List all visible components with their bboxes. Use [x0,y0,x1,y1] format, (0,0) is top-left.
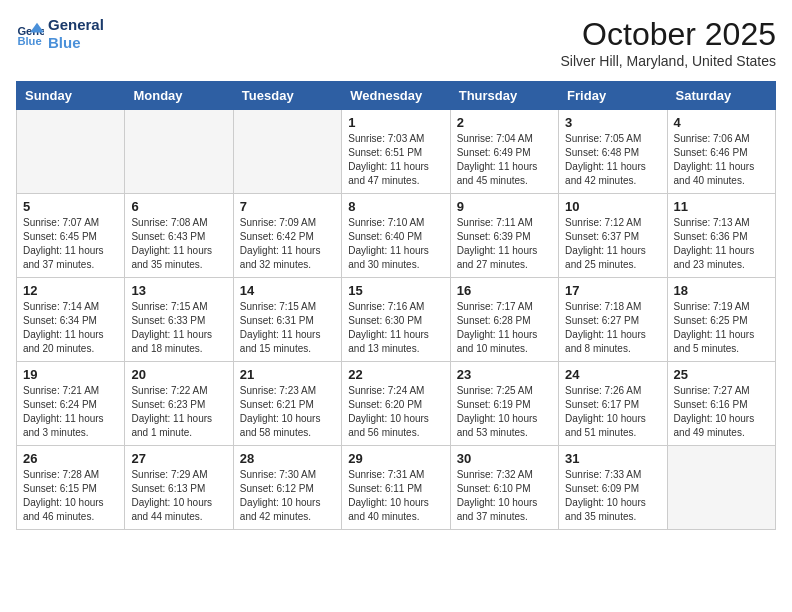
calendar-week-row: 26Sunrise: 7:28 AMSunset: 6:15 PMDayligh… [17,446,776,530]
day-info: Sunrise: 7:07 AMSunset: 6:45 PMDaylight:… [23,216,118,272]
day-info: Sunrise: 7:18 AMSunset: 6:27 PMDaylight:… [565,300,660,356]
svg-text:Blue: Blue [17,35,41,47]
calendar-cell: 21Sunrise: 7:23 AMSunset: 6:21 PMDayligh… [233,362,341,446]
day-info: Sunrise: 7:21 AMSunset: 6:24 PMDaylight:… [23,384,118,440]
calendar-cell: 9Sunrise: 7:11 AMSunset: 6:39 PMDaylight… [450,194,558,278]
calendar-cell: 3Sunrise: 7:05 AMSunset: 6:48 PMDaylight… [559,110,667,194]
day-info: Sunrise: 7:03 AMSunset: 6:51 PMDaylight:… [348,132,443,188]
day-info: Sunrise: 7:30 AMSunset: 6:12 PMDaylight:… [240,468,335,524]
calendar-cell: 18Sunrise: 7:19 AMSunset: 6:25 PMDayligh… [667,278,775,362]
day-number: 13 [131,283,226,298]
weekday-header: Monday [125,82,233,110]
day-info: Sunrise: 7:08 AMSunset: 6:43 PMDaylight:… [131,216,226,272]
logo-line1: General [48,16,104,34]
day-number: 8 [348,199,443,214]
day-number: 1 [348,115,443,130]
day-info: Sunrise: 7:10 AMSunset: 6:40 PMDaylight:… [348,216,443,272]
day-number: 5 [23,199,118,214]
day-number: 22 [348,367,443,382]
logo: General Blue General Blue [16,16,104,52]
day-number: 23 [457,367,552,382]
calendar-cell: 10Sunrise: 7:12 AMSunset: 6:37 PMDayligh… [559,194,667,278]
weekday-header: Thursday [450,82,558,110]
calendar-cell: 15Sunrise: 7:16 AMSunset: 6:30 PMDayligh… [342,278,450,362]
weekday-header: Friday [559,82,667,110]
calendar-table: SundayMondayTuesdayWednesdayThursdayFrid… [16,81,776,530]
day-number: 19 [23,367,118,382]
day-number: 3 [565,115,660,130]
calendar-cell: 16Sunrise: 7:17 AMSunset: 6:28 PMDayligh… [450,278,558,362]
day-number: 7 [240,199,335,214]
day-info: Sunrise: 7:19 AMSunset: 6:25 PMDaylight:… [674,300,769,356]
calendar-cell: 11Sunrise: 7:13 AMSunset: 6:36 PMDayligh… [667,194,775,278]
logo-line2: Blue [48,34,104,52]
location: Silver Hill, Maryland, United States [560,53,776,69]
calendar-cell: 17Sunrise: 7:18 AMSunset: 6:27 PMDayligh… [559,278,667,362]
day-info: Sunrise: 7:17 AMSunset: 6:28 PMDaylight:… [457,300,552,356]
month-title: October 2025 [560,16,776,53]
calendar-cell: 24Sunrise: 7:26 AMSunset: 6:17 PMDayligh… [559,362,667,446]
calendar-cell: 12Sunrise: 7:14 AMSunset: 6:34 PMDayligh… [17,278,125,362]
calendar-cell: 19Sunrise: 7:21 AMSunset: 6:24 PMDayligh… [17,362,125,446]
day-number: 28 [240,451,335,466]
calendar-cell [17,110,125,194]
calendar-cell: 30Sunrise: 7:32 AMSunset: 6:10 PMDayligh… [450,446,558,530]
day-info: Sunrise: 7:04 AMSunset: 6:49 PMDaylight:… [457,132,552,188]
day-info: Sunrise: 7:14 AMSunset: 6:34 PMDaylight:… [23,300,118,356]
day-number: 2 [457,115,552,130]
calendar-cell: 31Sunrise: 7:33 AMSunset: 6:09 PMDayligh… [559,446,667,530]
calendar-cell: 25Sunrise: 7:27 AMSunset: 6:16 PMDayligh… [667,362,775,446]
day-info: Sunrise: 7:32 AMSunset: 6:10 PMDaylight:… [457,468,552,524]
calendar-cell: 5Sunrise: 7:07 AMSunset: 6:45 PMDaylight… [17,194,125,278]
day-number: 24 [565,367,660,382]
calendar-cell: 13Sunrise: 7:15 AMSunset: 6:33 PMDayligh… [125,278,233,362]
weekday-header: Wednesday [342,82,450,110]
calendar-cell: 20Sunrise: 7:22 AMSunset: 6:23 PMDayligh… [125,362,233,446]
day-info: Sunrise: 7:06 AMSunset: 6:46 PMDaylight:… [674,132,769,188]
calendar-cell: 4Sunrise: 7:06 AMSunset: 6:46 PMDaylight… [667,110,775,194]
day-info: Sunrise: 7:27 AMSunset: 6:16 PMDaylight:… [674,384,769,440]
day-number: 30 [457,451,552,466]
calendar-cell [233,110,341,194]
day-info: Sunrise: 7:22 AMSunset: 6:23 PMDaylight:… [131,384,226,440]
day-number: 11 [674,199,769,214]
day-number: 10 [565,199,660,214]
day-info: Sunrise: 7:33 AMSunset: 6:09 PMDaylight:… [565,468,660,524]
day-info: Sunrise: 7:29 AMSunset: 6:13 PMDaylight:… [131,468,226,524]
title-area: October 2025 Silver Hill, Maryland, Unit… [560,16,776,69]
calendar-cell: 14Sunrise: 7:15 AMSunset: 6:31 PMDayligh… [233,278,341,362]
logo-icon: General Blue [16,20,44,48]
calendar-cell: 2Sunrise: 7:04 AMSunset: 6:49 PMDaylight… [450,110,558,194]
weekday-header: Tuesday [233,82,341,110]
day-number: 25 [674,367,769,382]
day-number: 18 [674,283,769,298]
calendar-cell: 23Sunrise: 7:25 AMSunset: 6:19 PMDayligh… [450,362,558,446]
calendar-header-row: SundayMondayTuesdayWednesdayThursdayFrid… [17,82,776,110]
day-number: 29 [348,451,443,466]
page-header: General Blue General Blue October 2025 S… [16,16,776,69]
day-number: 31 [565,451,660,466]
calendar-cell: 28Sunrise: 7:30 AMSunset: 6:12 PMDayligh… [233,446,341,530]
day-info: Sunrise: 7:26 AMSunset: 6:17 PMDaylight:… [565,384,660,440]
day-number: 15 [348,283,443,298]
day-number: 21 [240,367,335,382]
day-info: Sunrise: 7:12 AMSunset: 6:37 PMDaylight:… [565,216,660,272]
day-info: Sunrise: 7:05 AMSunset: 6:48 PMDaylight:… [565,132,660,188]
day-number: 12 [23,283,118,298]
day-number: 4 [674,115,769,130]
calendar-cell: 1Sunrise: 7:03 AMSunset: 6:51 PMDaylight… [342,110,450,194]
calendar-cell: 26Sunrise: 7:28 AMSunset: 6:15 PMDayligh… [17,446,125,530]
day-info: Sunrise: 7:25 AMSunset: 6:19 PMDaylight:… [457,384,552,440]
weekday-header: Saturday [667,82,775,110]
day-info: Sunrise: 7:23 AMSunset: 6:21 PMDaylight:… [240,384,335,440]
day-info: Sunrise: 7:28 AMSunset: 6:15 PMDaylight:… [23,468,118,524]
day-info: Sunrise: 7:09 AMSunset: 6:42 PMDaylight:… [240,216,335,272]
calendar-cell: 6Sunrise: 7:08 AMSunset: 6:43 PMDaylight… [125,194,233,278]
calendar-cell: 22Sunrise: 7:24 AMSunset: 6:20 PMDayligh… [342,362,450,446]
day-number: 16 [457,283,552,298]
calendar-week-row: 1Sunrise: 7:03 AMSunset: 6:51 PMDaylight… [17,110,776,194]
calendar-cell: 8Sunrise: 7:10 AMSunset: 6:40 PMDaylight… [342,194,450,278]
day-number: 20 [131,367,226,382]
day-info: Sunrise: 7:31 AMSunset: 6:11 PMDaylight:… [348,468,443,524]
day-number: 26 [23,451,118,466]
